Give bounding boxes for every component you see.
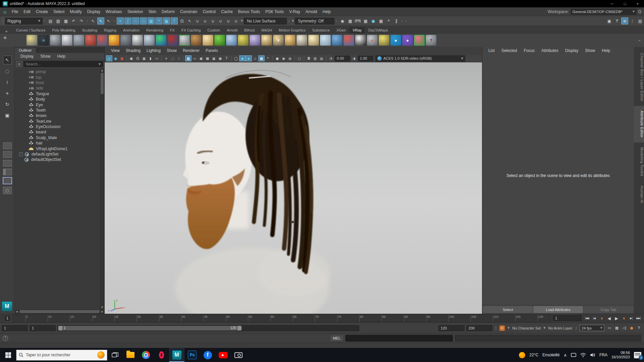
snap-to-projected-center-icon[interactable]: ∪ <box>217 17 224 24</box>
pause-viewport-icon[interactable]: ‖ <box>393 17 400 24</box>
shelf-menu-icon[interactable]: ≡ <box>5 30 8 33</box>
animation-start-field[interactable]: 1 <box>2 325 28 331</box>
vray-checker-icon[interactable] <box>355 35 366 46</box>
outliner-item-body[interactable]: Body <box>15 97 100 102</box>
range-slider-bar[interactable]: 1 120 <box>58 326 242 330</box>
go-to-start-button[interactable]: |◀◀ <box>583 315 590 322</box>
section-collapse-icon[interactable]: › <box>287 19 291 23</box>
viewport-menu-lighting[interactable]: Lighting <box>144 48 164 53</box>
workspace-dropdown[interactable]: General-DESKTOP-C96IEDB* ▼ <box>571 9 636 15</box>
menu-select[interactable]: Select <box>51 9 67 14</box>
vray-paper-icon[interactable] <box>132 35 143 46</box>
shelf-tab-curves-surfaces[interactable]: Curves / Surfaces <box>13 27 49 33</box>
ambient-occlusion-icon[interactable]: ◉ <box>280 55 287 61</box>
camera-attributes-icon[interactable]: ▦ <box>141 55 147 61</box>
shelf-tab-custom[interactable]: Custom <box>204 27 223 33</box>
playback-start-field[interactable]: 1 <box>30 325 56 331</box>
vray-heatmap-icon[interactable] <box>156 35 166 46</box>
side-tab-channel-box-layer-editor[interactable]: Channel Box / Layer Editor <box>634 48 644 106</box>
shelf-tab-sculpting[interactable]: Sculpting <box>79 27 101 33</box>
viewport-menu-panels[interactable]: Panels <box>203 48 221 53</box>
mel-toggle-button[interactable]: MEL <box>330 335 343 342</box>
vray-rect-light-icon[interactable]: ▼ <box>273 35 284 46</box>
outliner-menu-help[interactable]: Help <box>54 54 68 59</box>
menu-help[interactable]: Help <box>320 9 334 14</box>
zoom-layout-button[interactable]: ○ <box>3 187 12 194</box>
layout-single-button[interactable] <box>3 142 12 149</box>
menu-bonus-tools[interactable]: Bonus Tools <box>235 9 263 14</box>
wireframe-icon[interactable]: ◯ <box>233 55 239 61</box>
highlight-selection-icon[interactable]: ↖ <box>186 17 193 24</box>
range-end-handle[interactable] <box>237 326 241 330</box>
vray-color-palette-icon[interactable]: ● <box>402 35 413 46</box>
go-to-end-button[interactable]: ▶▶| <box>635 315 642 322</box>
select-misc-icon[interactable]: ? <box>171 17 178 24</box>
attr-menu-help[interactable]: Help <box>598 48 613 53</box>
outliner-item-front[interactable]: front <box>15 80 100 85</box>
vray-sun-light-icon[interactable] <box>308 35 319 46</box>
vray-notes-icon[interactable] <box>62 35 72 46</box>
menu-cache[interactable]: Cache <box>218 9 235 14</box>
render-current-frame-icon[interactable]: ▦ <box>346 17 354 24</box>
section-collapse-icon[interactable]: › <box>85 19 89 23</box>
vray-ipr-stop-icon[interactable]: ■ <box>119 55 125 61</box>
rotate-tool-button[interactable]: ↻ <box>3 100 12 109</box>
shelf-tab-rendering[interactable]: Rendering <box>143 27 167 33</box>
vray-material-sphere-icon[interactable] <box>332 35 342 46</box>
bookmark-view-icon[interactable]: ▮ <box>147 55 154 61</box>
light-editor-icon[interactable]: * <box>385 17 392 24</box>
textured-icon[interactable]: ◈ <box>246 55 252 61</box>
scroll-right-icon[interactable]: ▶ <box>100 310 104 313</box>
select-dynamics-icon[interactable]: * <box>155 17 162 24</box>
copy-tab-button[interactable]: Copy Tab <box>584 306 633 313</box>
play-backwards-button[interactable]: ◀ <box>605 315 612 322</box>
timeline-ruler[interactable]: 1 51015202530354045505560657075808590951… <box>3 314 551 322</box>
vray-sphere-light-purple-icon[interactable] <box>250 35 260 46</box>
shelf-tab-xgen[interactable]: XGen <box>333 27 349 33</box>
select-button[interactable]: Select <box>483 306 533 313</box>
step-forward-key-button[interactable]: ▶| <box>628 315 635 322</box>
news-weather-icon[interactable] <box>97 351 105 359</box>
shelf-tab-fx[interactable]: FX <box>167 27 178 33</box>
weather-sun-icon[interactable] <box>519 352 525 358</box>
tray-clock[interactable]: 08:56 16/10/2023 <box>611 351 630 359</box>
scrollbar-thumb[interactable] <box>101 73 104 94</box>
chevron-down-icon[interactable]: ▼ <box>506 326 511 329</box>
symmetry-field[interactable]: Symmetry: Off <box>295 18 334 24</box>
render-setup-icon[interactable]: ▦ <box>377 17 384 24</box>
shelf-tab-fx-caching[interactable]: FX Caching <box>178 27 204 33</box>
channel-box-icon[interactable]: ▤ <box>637 17 644 24</box>
shelf-tab-vray[interactable]: VRay <box>349 27 365 33</box>
vray-help-icon[interactable]: ? <box>426 35 436 46</box>
outliner-item-brows[interactable]: brows <box>15 113 100 118</box>
taskbar-chrome-icon[interactable] <box>138 348 154 362</box>
section-collapse-icon[interactable]: › <box>404 19 408 23</box>
select-by-object-icon[interactable]: ↖ <box>97 17 104 24</box>
select-surfaces-icon[interactable]: ◇ <box>140 17 147 24</box>
live-surface-field[interactable]: No Live Surface <box>244 18 287 24</box>
menu-psk-tools[interactable]: PSK Tools <box>263 9 286 14</box>
snap-to-grids-icon[interactable]: ∪ <box>194 17 201 24</box>
viewport-canvas[interactable]: y x z <box>105 62 482 314</box>
mute-audio-icon[interactable]: ◁) <box>621 325 628 331</box>
gamma-icon[interactable]: ◑ <box>351 55 357 61</box>
tray-temperature[interactable]: 22°C <box>529 353 538 357</box>
viewport-menu-view[interactable]: View <box>108 48 123 53</box>
vray-multi-material-icon[interactable] <box>343 35 354 46</box>
expand-icon[interactable]: + <box>19 153 23 156</box>
current-frame-field[interactable]: 1 <box>553 315 582 321</box>
smooth-shade-icon[interactable]: ◆ <box>239 55 246 61</box>
set-key-icon[interactable]: + <box>499 325 505 331</box>
outliner-item-beard[interactable]: beard <box>15 129 100 135</box>
playback-end-field[interactable]: 120 <box>438 325 465 331</box>
outliner-item-defaultlightset[interactable]: +defaultLightSet <box>15 152 100 157</box>
outliner-item-hair[interactable]: hair <box>15 140 100 146</box>
tool-settings-icon[interactable]: ⋮ <box>629 17 636 24</box>
shelf-tab-arnold[interactable]: Arnold <box>223 27 241 33</box>
outliner-item-scalp-male[interactable]: Scalp_Male <box>15 135 100 140</box>
step-forward-frame-button[interactable]: ▮ <box>620 315 627 322</box>
outliner-menu-show[interactable]: Show <box>37 54 53 59</box>
step-back-key-button[interactable]: |◀ <box>591 315 598 322</box>
modeling-toolkit-icon[interactable]: ▣ <box>606 17 613 24</box>
pick-matte-icon[interactable]: ◌ <box>169 55 176 61</box>
